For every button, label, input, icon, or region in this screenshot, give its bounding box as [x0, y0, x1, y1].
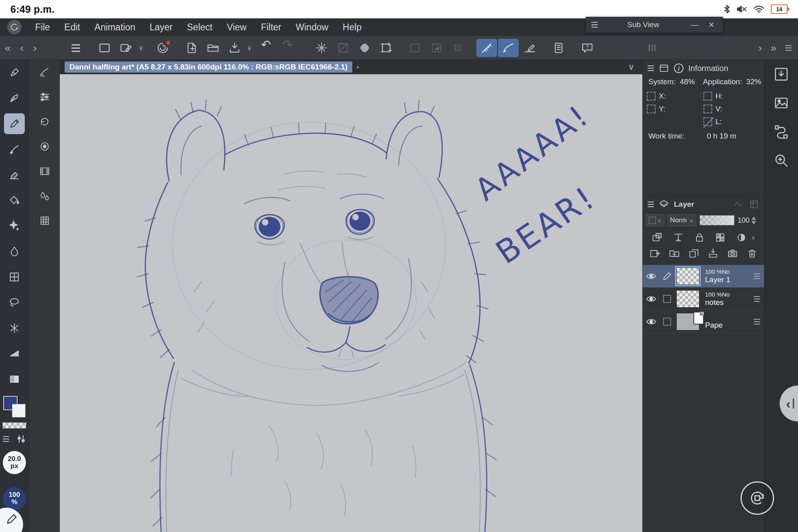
snap-to-special-ruler-button[interactable] [498, 39, 519, 57]
layer-combine-dropdown[interactable]: ∨ [646, 214, 664, 226]
menu-help[interactable]: Help [336, 20, 369, 35]
link-curve-icon[interactable] [772, 122, 791, 141]
tab-list-chevron-icon[interactable]: ∨ [628, 63, 638, 71]
layer-opacity-stepper[interactable]: 100 [738, 216, 756, 225]
sync-clip-studio-button[interactable] [152, 39, 173, 57]
tool-eraser[interactable] [4, 164, 25, 185]
sub-view-titlebar[interactable]: Sub View — × [586, 17, 723, 33]
layer-name[interactable]: Layer 1 [705, 275, 751, 284]
menu-animation[interactable]: Animation [87, 20, 142, 35]
layer-visibility-eye-icon[interactable] [644, 316, 658, 327]
information-menu-icon[interactable] [648, 65, 654, 71]
subtool-collapse-icon[interactable]: ‹ [20, 43, 24, 53]
layer-mask-icon[interactable] [736, 232, 747, 243]
merge-down-button[interactable] [707, 248, 719, 259]
layer-row-layer1[interactable]: 100 %No Layer 1 [643, 265, 764, 288]
sliders-icon[interactable] [16, 434, 26, 444]
sub-color-swatch[interactable] [12, 404, 26, 417]
rotate-reset-view-button[interactable] [741, 481, 774, 515]
layer-thumbnail[interactable] [676, 290, 699, 308]
help-bubble-button[interactable]: ? [577, 39, 598, 57]
tool-pen[interactable] [4, 88, 25, 109]
lock-transparent-icon[interactable] [715, 232, 726, 243]
clip-studio-logo[interactable] [7, 20, 22, 34]
tool-gradient[interactable] [4, 369, 25, 390]
menu-filter[interactable]: Filter [254, 20, 288, 35]
layer-name[interactable]: notes [705, 298, 751, 307]
subtool-blend-drops[interactable] [35, 186, 54, 206]
marquee-shrink-button[interactable] [448, 39, 468, 57]
collapse-toolbar-icon[interactable]: « [5, 43, 10, 53]
clip-to-layer-icon[interactable] [652, 232, 663, 243]
camera-button[interactable] [727, 248, 738, 259]
tool-fill-bucket[interactable] [4, 190, 25, 211]
panel-window-icon[interactable] [659, 63, 669, 73]
layer-row-handle-icon[interactable] [754, 296, 760, 302]
snap-to-ruler-button[interactable] [476, 39, 497, 57]
new-layer-button[interactable] [649, 248, 660, 259]
panel-next-icon[interactable]: » [771, 43, 776, 53]
menu-layer[interactable]: Layer [142, 20, 180, 35]
layer-visibility-eye-icon[interactable] [644, 293, 658, 305]
menu-select[interactable]: Select [180, 20, 220, 35]
zoom-search-icon[interactable] [772, 151, 791, 170]
layer-extra-icon-1[interactable] [734, 199, 744, 210]
companion-mode-button[interactable] [548, 39, 569, 57]
edit-canvas-button[interactable] [116, 39, 136, 57]
subtool-pixel-grid[interactable] [35, 211, 54, 230]
reference-image-icon[interactable] [772, 93, 791, 113]
layer-row-handle-icon[interactable] [754, 319, 760, 324]
import-tray-icon[interactable] [772, 65, 791, 84]
layer-thumbnail[interactable] [676, 313, 699, 330]
main-menu-button[interactable] [65, 39, 86, 57]
stepper-arrows-icon[interactable] [751, 217, 756, 224]
drawing-canvas[interactable]: AAAAA! BEAR! [60, 74, 642, 532]
zoom-indicator[interactable]: 100 % [3, 487, 26, 510]
deselect-button[interactable] [354, 39, 375, 57]
subtool-sliders[interactable] [35, 87, 54, 107]
tool-selection-lasso[interactable] [4, 292, 25, 313]
subtool-reference-loop[interactable] [35, 112, 54, 131]
filter-sparkle-button[interactable] [311, 39, 332, 57]
open-file-button[interactable] [203, 39, 223, 57]
menu-view[interactable]: View [219, 20, 253, 35]
layer-menu-icon[interactable] [648, 202, 654, 207]
tool-blend-drop[interactable] [4, 241, 25, 262]
mask-chevron-icon[interactable]: ∨ [751, 235, 755, 240]
layer-row-paper[interactable]: Pape [643, 310, 764, 333]
new-folder-button[interactable] [669, 248, 680, 259]
subtool-brush-settings[interactable] [35, 63, 54, 82]
subtool-animation-film[interactable] [35, 162, 54, 181]
panel-prev-icon[interactable]: › [758, 43, 762, 53]
select-from-layer-button[interactable] [333, 39, 354, 57]
sub-view-menu-icon[interactable] [591, 22, 598, 28]
subtool-expand-icon[interactable]: › [33, 43, 37, 53]
layer-extra-icon-2[interactable] [749, 199, 759, 210]
layer-visibility-eye-icon[interactable] [644, 271, 658, 282]
save-caret-icon[interactable]: ∨ [246, 44, 253, 51]
tool-wedge-eraser[interactable] [4, 343, 25, 364]
subtool-circle[interactable] [35, 137, 54, 156]
minimize-button[interactable]: — [689, 20, 701, 30]
new-window-button[interactable] [94, 39, 115, 57]
document-tab[interactable]: Danni halfling art* (A5 8.27 x 5.83in 60… [65, 61, 352, 73]
layer-select-checkbox[interactable] [660, 295, 674, 303]
snap-to-guide-button[interactable] [519, 39, 540, 57]
crop-transform-button[interactable] [376, 39, 397, 57]
lock-layer-icon[interactable] [694, 232, 705, 243]
menu-edit[interactable]: Edit [57, 20, 87, 35]
save-file-button[interactable] [224, 39, 245, 57]
close-button[interactable]: × [705, 19, 717, 30]
brush-size-indicator[interactable]: 20.0 px [3, 451, 26, 474]
menu-file[interactable]: File [28, 20, 57, 35]
panel-drag-handle[interactable] [649, 44, 656, 51]
blend-mode-dropdown[interactable]: Norm ∨ [668, 214, 696, 226]
panel-menu-icon[interactable] [785, 45, 792, 51]
tool-marker[interactable] [4, 62, 25, 83]
tool-correction[interactable] [4, 318, 25, 338]
layer-thumbnail[interactable] [676, 267, 699, 285]
layer-select-checkbox[interactable] [660, 318, 674, 326]
layer-row-handle-icon[interactable] [754, 273, 760, 279]
undo-button[interactable]: ↶ [261, 39, 282, 57]
edit-canvas-caret-icon[interactable]: ∨ [137, 44, 144, 51]
